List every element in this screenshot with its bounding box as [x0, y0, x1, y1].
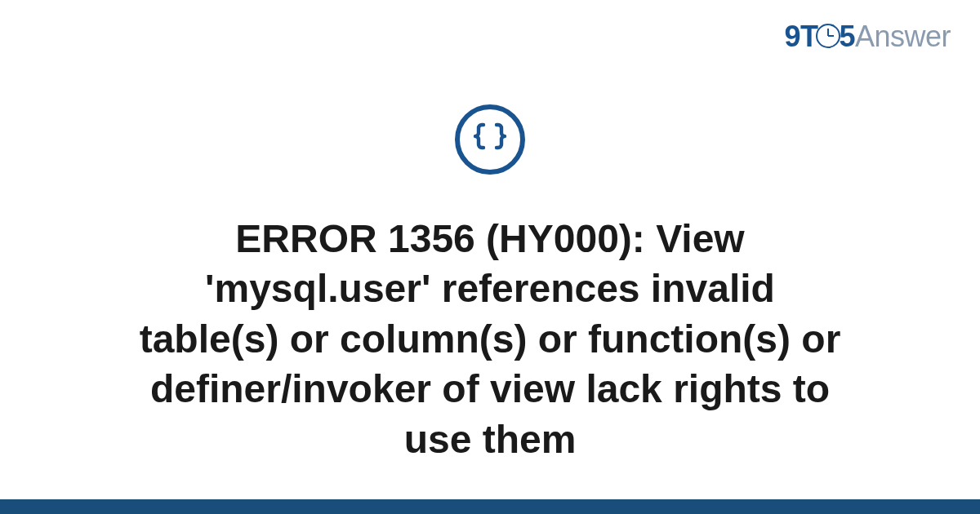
question-title: ERROR 1356 (HY000): View 'mysql.user' re… [82, 214, 898, 464]
main-content: ERROR 1356 (HY000): View 'mysql.user' re… [0, 104, 980, 464]
code-braces-icon [455, 104, 525, 175]
clock-icon [816, 24, 840, 48]
site-logo[interactable]: 9T5Answer [784, 20, 951, 54]
logo-part-9: 9 [784, 20, 800, 53]
logo-part-5: 5 [839, 20, 855, 53]
logo-part-t: T [800, 20, 818, 53]
logo-part-answer: Answer [855, 20, 951, 53]
bottom-accent-bar [0, 499, 980, 514]
site-header: 9T5Answer [784, 20, 951, 54]
